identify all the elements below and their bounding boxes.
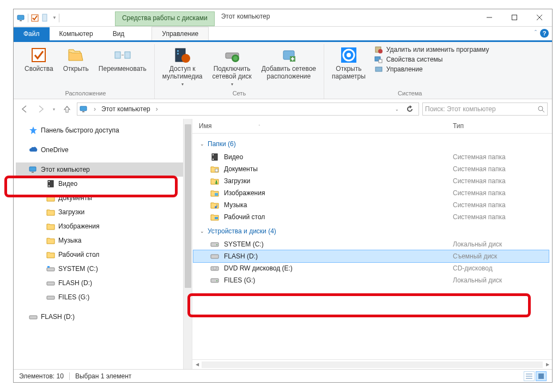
address-dropdown[interactable]: ⌄ [390,102,403,116]
svg-point-15 [181,54,190,63]
properties-icon [30,46,47,64]
nav-desktop[interactable]: Рабочий стол [16,248,192,262]
list-item[interactable]: МузыкаСистемная папка [193,199,549,211]
nav-video[interactable]: Видео [16,177,192,191]
item-name: Музыка [224,201,453,209]
chevron-down-icon: ⌄ [200,141,204,147]
uninstall-button[interactable]: Удалить или изменить программу [374,45,489,54]
open-settings-button[interactable]: Открыть параметры [329,44,369,83]
context-tab-drives[interactable]: Средства работы с дисками [115,11,215,26]
search-input[interactable]: Поиск: Этот компьютер [422,102,548,116]
list-item[interactable]: ДокументыСистемная папка [193,163,549,175]
manage-button[interactable]: Управление [374,65,489,74]
list-item[interactable]: SYSTEM (C:)Локальный диск [193,238,549,250]
up-button[interactable] [60,102,74,116]
svg-rect-35 [29,167,36,171]
refresh-button[interactable] [403,102,416,116]
svg-rect-10 [125,52,130,58]
item-type: Локальный диск [453,276,545,284]
separator [28,14,28,22]
list-item[interactable]: Рабочий столСистемная папка [193,211,549,223]
open-button[interactable]: Открыть [60,44,92,75]
tab-file[interactable]: Файл [14,27,50,40]
minimize-button[interactable] [477,9,502,26]
item-type: Системная папка [453,213,545,221]
add-network-location-button[interactable]: Добавить сетевое расположение [258,44,319,89]
horizontal-scrollbar[interactable]: ◀ ▶ [192,359,552,369]
nav-pictures[interactable]: Изображения [16,219,192,233]
group-header-devices[interactable]: ⌄ Устройства и диски (4) [193,223,549,238]
system-properties-button[interactable]: Свойства системы [374,55,489,64]
checkbox-icon[interactable] [31,14,39,22]
dropdown-icon[interactable]: ▼ [52,15,57,20]
list-item[interactable]: ИзображенияСистемная папка [193,187,549,199]
svg-rect-3 [43,14,47,21]
titlebar: ▼ Средства работы с дисками Этот компьют… [14,9,552,27]
ribbon-group-system: Открыть параметры Удалить или изменить п… [324,44,495,99]
help-icon[interactable]: ? [540,29,549,38]
nav-flash-d-removable[interactable]: FLASH (D:) [16,310,192,324]
group-label-location: Расположение [65,89,106,99]
nav-music[interactable]: Музыка [16,233,192,248]
map-drive-button[interactable]: Подключить сетевой диск ▾ [209,44,255,89]
nav-system-c[interactable]: SYSTEM (C:) [16,262,192,276]
media-access-button[interactable]: Доступ к мультимедиа ▾ [159,44,206,89]
svg-rect-0 [17,15,24,20]
rename-button[interactable]: Переименовать [95,44,150,75]
nav-this-pc[interactable]: Этот компьютер [16,162,192,177]
svg-rect-43 [47,296,54,299]
nav-scrollbar[interactable] [183,119,192,369]
close-button[interactable] [527,9,552,26]
view-details-button[interactable] [524,371,535,381]
chevron-right-icon[interactable]: › [154,105,160,113]
scroll-left-icon[interactable]: ◀ [192,360,202,369]
nav-flash-d[interactable]: FLASH (D:) [16,276,192,290]
folder-icon [210,213,220,221]
main-pane: Имя ˆ Тип ⌄ Папки (6) ВидеоСистемная пап… [192,119,552,369]
uninstall-icon [374,45,383,54]
back-button[interactable] [18,102,31,116]
rename-icon [114,46,131,64]
nav-onedrive[interactable]: OneDrive [16,143,192,157]
star-icon [29,126,38,135]
svg-rect-9 [115,52,120,58]
nav-downloads[interactable]: Загрузки [16,205,192,219]
list-item[interactable]: ЗагрузкиСистемная папка [193,175,549,187]
column-type[interactable]: Тип [453,122,545,130]
address-bar[interactable]: › Этот компьютер › ⌄ [77,102,419,116]
chevron-down-icon: ⌄ [200,228,204,234]
list-item[interactable]: FLASH (D:)Съемный диск [193,250,549,262]
item-name: FILES (G:) [224,276,453,284]
svg-point-50 [215,206,217,208]
ribbon: Свойства Открыть Переименовать Расположе… [14,42,552,99]
history-dropdown[interactable]: ▾ [51,102,57,116]
view-thumbnails-button[interactable] [536,371,547,381]
scroll-right-icon[interactable]: ▶ [543,360,552,369]
maximize-button[interactable] [502,9,527,26]
properties-button[interactable]: Свойства [21,44,57,75]
item-name: SYSTEM (C:) [224,240,453,248]
nav-documents[interactable]: Документы [16,191,192,205]
tab-view[interactable]: Вид [103,27,135,40]
column-name[interactable]: Имя [199,122,211,130]
chevron-right-icon[interactable]: › [92,105,98,113]
list-item[interactable]: DVD RW дисковод (E:)CD-дисковод [193,262,549,274]
nav-files-g[interactable]: FILES (G:) [16,290,192,304]
subtab-manage[interactable]: Управление [151,27,209,40]
drive-icon [210,264,220,273]
drive-icon [46,264,55,273]
group-header-folders[interactable]: ⌄ Папки (6) [193,136,549,151]
doc-icon[interactable] [41,14,50,22]
item-name: FLASH (D:) [224,252,453,260]
list-item[interactable]: ВидеоСистемная папка [193,151,549,163]
list-item[interactable]: FILES (G:)Локальный диск [193,274,549,286]
forward-button[interactable] [34,102,47,116]
address-segment[interactable]: Этот компьютер [101,105,150,113]
folder-icon [210,177,220,185]
nav-quick-access[interactable]: Панель быстрого доступа [16,123,192,137]
svg-rect-5 [512,15,517,20]
svg-rect-42 [47,282,54,285]
collapse-ribbon-icon[interactable]: ˆ [535,29,537,37]
tab-computer[interactable]: Компьютер [50,27,103,40]
svg-point-25 [347,53,351,57]
